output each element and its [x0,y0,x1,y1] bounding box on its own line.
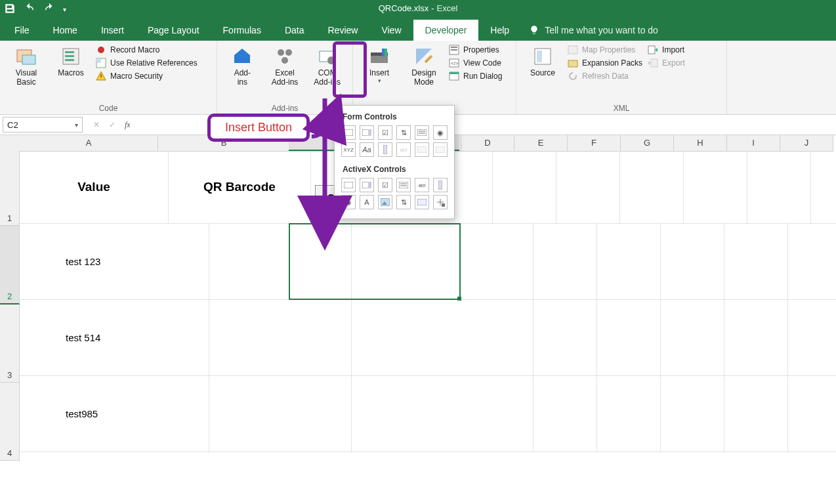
import-button[interactable]: Import [648,45,685,55]
cell-G2[interactable] [724,224,788,299]
refresh-data-button[interactable]: Refresh Data [568,71,642,81]
ax-label-control[interactable]: A [360,195,374,209]
form-label-control[interactable]: Aa [360,142,374,157]
tab-help[interactable]: Help [478,20,521,41]
cell-B4[interactable] [209,376,352,452]
row-header-4[interactable]: 4 [0,383,20,461]
ax-textbox-control[interactable]: abl [415,178,429,192]
expansion-packs-button[interactable]: Expansion Packs [568,58,642,68]
tab-file[interactable]: File [3,20,41,41]
form-groupbox-control[interactable]: XYZ [341,142,356,157]
form-textfield-control[interactable]: abl [396,142,411,157]
tab-data[interactable]: Data [273,20,316,41]
tab-formulas[interactable]: Formulas [211,20,273,41]
cell-C4[interactable] [352,376,533,452]
cell-D4[interactable] [533,376,597,452]
cell-F4[interactable] [661,376,724,452]
cell-H4[interactable] [788,376,836,452]
xml-source-button[interactable]: Source [523,45,562,79]
relative-references-button[interactable]: Use Relative References [96,58,198,68]
col-header-D[interactable]: D [461,135,514,151]
view-code-button[interactable]: </> View Code [449,58,502,68]
ax-listbox-control[interactable] [396,178,411,192]
fx-icon[interactable]: fx [125,120,131,130]
cell-D3[interactable] [533,300,597,375]
form-combo-control[interactable] [415,142,429,157]
cell-F3[interactable] [661,300,724,375]
cell-D1[interactable] [493,151,556,223]
name-box-dropdown-icon[interactable]: ▾ [75,121,78,129]
ax-image-control[interactable] [378,195,392,209]
cell-H2[interactable] [788,224,836,299]
form-checkbox-control[interactable]: ☑ [378,125,392,140]
tab-view[interactable]: View [369,20,413,41]
redo-icon[interactable] [43,3,55,16]
form-dialog-control[interactable] [433,142,448,157]
form-spinner-control[interactable]: ⇅ [396,125,411,140]
cancel-formula-icon[interactable]: ✕ [93,120,100,129]
cell-A3[interactable]: test 514 [20,300,209,375]
cell-H3[interactable] [788,300,836,375]
col-header-I[interactable]: I [727,135,780,151]
ax-combobox-control[interactable] [360,178,374,192]
ax-toggle-control[interactable] [415,195,429,209]
form-radio-control[interactable]: ◉ [433,125,448,140]
col-header-G[interactable]: G [621,135,674,151]
insert-control-button[interactable]: Insert ▾ [360,45,399,85]
name-box[interactable]: C2 ▾ [3,117,83,133]
select-all-triangle[interactable] [0,135,20,152]
cell-E3[interactable] [597,300,661,375]
ax-scrollbar-control[interactable] [433,178,448,192]
tab-review[interactable]: Review [316,20,370,41]
properties-button[interactable]: Properties [449,45,502,55]
cell-G4[interactable] [724,376,788,452]
ax-radio-control[interactable]: ◉ [341,195,356,209]
form-button-control[interactable] [341,125,356,140]
cell-B2[interactable] [209,224,352,299]
ax-checkbox-control[interactable]: ☑ [378,178,392,192]
cell-E1[interactable] [556,151,620,223]
cell-B3[interactable] [209,300,352,375]
design-mode-button[interactable]: Design Mode [404,45,444,88]
tab-home[interactable]: Home [41,20,89,41]
cell-G1[interactable] [684,151,747,223]
cell-C3[interactable] [352,300,533,375]
cell-C2[interactable] [352,224,533,299]
cell-E2[interactable] [597,224,661,299]
save-icon[interactable] [4,3,16,16]
cell-G3[interactable] [724,300,788,375]
form-scrollbar-control[interactable] [378,142,392,157]
tab-page-layout[interactable]: Page Layout [136,20,211,41]
excel-addins-button[interactable]: Excel Add-ins [266,45,304,88]
run-dialog-button[interactable]: Run Dialog [449,71,502,81]
accept-formula-icon[interactable]: ✓ [109,120,115,129]
col-header-E[interactable]: E [514,135,568,151]
qat-customize-icon[interactable]: ▾ [63,6,66,13]
map-properties-button[interactable]: Map Properties [568,45,642,55]
row-header-2[interactable]: 2 [0,226,20,304]
cell-E4[interactable] [597,376,661,452]
cell-F1[interactable] [620,151,684,223]
cell-A1[interactable]: Value [20,151,169,223]
cell-D2[interactable] [533,224,597,299]
tellme-search[interactable]: Tell me what you want to do [521,20,666,41]
col-header-J[interactable]: J [780,135,833,151]
cell-I1[interactable] [811,151,836,223]
cell-A4[interactable]: test985 [20,376,209,452]
undo-icon[interactable] [24,3,35,16]
com-addins-button[interactable]: COM Add-ins [308,45,346,88]
form-combobox-control[interactable] [360,125,374,140]
cell-A2[interactable]: test 123 [20,224,209,299]
macros-button[interactable]: Macros [51,45,91,79]
visual-basic-button[interactable]: Visual Basic [7,45,46,88]
fill-handle[interactable] [457,297,461,301]
row-header-1[interactable]: 1 [0,151,20,226]
cell-B1[interactable]: QR Barcode [169,151,311,223]
ax-more-control[interactable] [433,195,448,209]
col-header-H[interactable]: H [674,135,727,151]
ax-spinner-control[interactable]: ⇅ [396,195,411,209]
form-listbox-control[interactable] [415,125,429,140]
macro-security-button[interactable]: Macro Security [96,71,198,81]
tab-developer[interactable]: Developer [413,20,479,41]
cell-H1[interactable] [747,151,811,223]
